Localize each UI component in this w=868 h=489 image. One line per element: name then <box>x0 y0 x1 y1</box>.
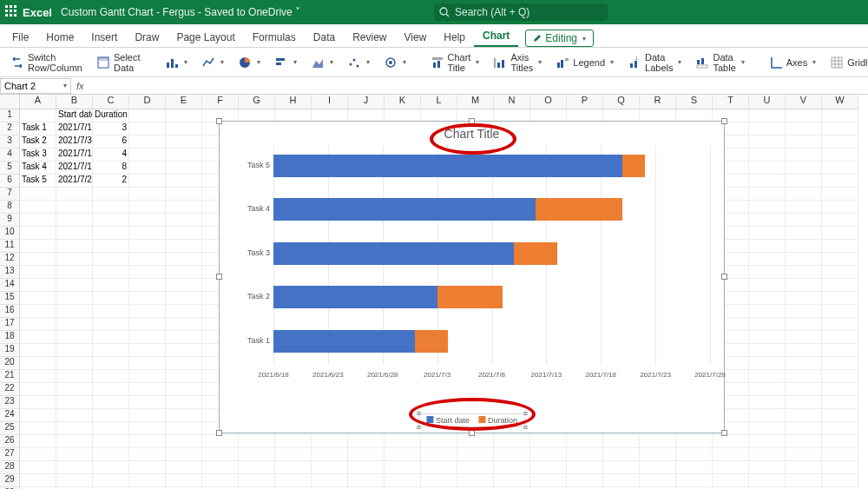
cell[interactable] <box>129 135 166 149</box>
switch-row-column-button[interactable]: Switch Row/Column <box>5 50 88 76</box>
cell[interactable]: Task 2 <box>20 135 56 149</box>
column-header[interactable]: T <box>713 95 749 109</box>
selection-handle[interactable] <box>523 426 527 429</box>
chart-title-button[interactable]: Chart Title▾ <box>425 50 485 76</box>
cell[interactable] <box>457 448 494 461</box>
cell[interactable] <box>20 305 56 318</box>
editing-mode-button[interactable]: Editing ▾ <box>525 30 594 47</box>
cell[interactable] <box>129 474 166 487</box>
cell[interactable] <box>93 305 129 318</box>
cell[interactable] <box>20 422 56 435</box>
resize-handle[interactable] <box>469 118 475 124</box>
column-header[interactable]: P <box>567 95 603 109</box>
row-header[interactable]: 9 <box>0 214 20 227</box>
cell[interactable] <box>20 188 56 201</box>
column-header[interactable]: K <box>385 95 421 109</box>
cell[interactable] <box>20 253 56 266</box>
resize-handle[interactable] <box>469 430 475 436</box>
column-header[interactable]: G <box>239 95 275 109</box>
cell[interactable] <box>56 279 93 292</box>
cell[interactable] <box>129 292 166 305</box>
cell[interactable] <box>786 344 822 357</box>
cell[interactable] <box>786 370 822 383</box>
cell[interactable] <box>20 370 56 383</box>
cell[interactable] <box>749 461 786 474</box>
cell[interactable] <box>749 227 786 240</box>
cell[interactable] <box>56 370 93 383</box>
row-header[interactable]: 5 <box>0 162 20 175</box>
cell[interactable] <box>603 474 640 487</box>
cell[interactable]: Start date <box>56 109 93 122</box>
cell[interactable] <box>20 383 56 396</box>
cell[interactable] <box>129 305 166 318</box>
cell[interactable] <box>56 188 93 201</box>
cell[interactable]: Task 1 <box>20 122 56 135</box>
cell[interactable]: 2 <box>93 175 129 188</box>
cell[interactable] <box>93 188 129 201</box>
cell[interactable] <box>93 461 129 474</box>
cell[interactable] <box>822 266 858 279</box>
cell[interactable] <box>786 448 822 461</box>
cell[interactable] <box>822 122 858 135</box>
cell[interactable] <box>640 474 676 487</box>
cell[interactable] <box>239 435 275 448</box>
bar-segment-startdate[interactable] <box>273 155 622 177</box>
cell[interactable] <box>166 266 202 279</box>
column-header[interactable]: H <box>275 95 312 109</box>
cell[interactable] <box>129 357 166 370</box>
cell[interactable] <box>786 396 822 409</box>
tab-view[interactable]: View <box>396 28 436 47</box>
row-header[interactable]: 10 <box>0 227 20 240</box>
cell[interactable] <box>166 162 202 175</box>
cell[interactable] <box>822 357 858 370</box>
cell[interactable] <box>749 383 786 396</box>
cell[interactable] <box>166 318 202 331</box>
cell[interactable] <box>93 331 129 344</box>
cell[interactable] <box>93 383 129 396</box>
cell[interactable] <box>166 474 202 487</box>
cell[interactable] <box>822 240 858 253</box>
cell[interactable] <box>749 201 786 214</box>
cell[interactable] <box>822 461 858 474</box>
cell[interactable] <box>385 448 421 461</box>
cell[interactable]: Task 4 <box>20 162 56 175</box>
legend-button[interactable]: Legend▾ <box>550 53 619 72</box>
cell[interactable] <box>567 448 603 461</box>
column-header[interactable]: I <box>312 95 348 109</box>
cell[interactable] <box>166 122 202 135</box>
cell[interactable] <box>567 435 603 448</box>
cell[interactable] <box>239 448 275 461</box>
cell[interactable] <box>494 474 530 487</box>
cell[interactable] <box>786 240 822 253</box>
cell[interactable] <box>786 162 822 175</box>
cell[interactable] <box>822 149 858 162</box>
cell[interactable] <box>93 279 129 292</box>
cell[interactable] <box>786 175 822 188</box>
cell[interactable] <box>348 435 385 448</box>
cell[interactable] <box>749 396 786 409</box>
document-title[interactable]: Custom Gantt Chart - Fergus - Saved to O… <box>61 6 300 18</box>
cell[interactable] <box>421 474 457 487</box>
cell[interactable] <box>166 370 202 383</box>
chart-type-area-button[interactable]: ▾ <box>306 53 339 72</box>
row-header[interactable]: 3 <box>0 135 20 149</box>
tab-review[interactable]: Review <box>344 28 395 47</box>
cell[interactable] <box>676 435 713 448</box>
cell[interactable] <box>20 448 56 461</box>
axes-button[interactable]: Axes▾ <box>764 53 821 72</box>
cell[interactable] <box>786 474 822 487</box>
cell[interactable] <box>56 474 93 487</box>
cell[interactable] <box>56 461 93 474</box>
cell[interactable] <box>749 188 786 201</box>
cell[interactable] <box>202 435 239 448</box>
cell[interactable]: 2021/7/3 <box>56 135 93 149</box>
cell[interactable] <box>786 109 822 122</box>
cell[interactable] <box>129 422 166 435</box>
cell[interactable] <box>93 370 129 383</box>
cell[interactable] <box>385 474 421 487</box>
cell[interactable] <box>822 474 858 487</box>
cell[interactable] <box>749 305 786 318</box>
cell[interactable] <box>312 474 348 487</box>
cell[interactable] <box>749 175 786 188</box>
cell[interactable]: 4 <box>93 149 129 162</box>
